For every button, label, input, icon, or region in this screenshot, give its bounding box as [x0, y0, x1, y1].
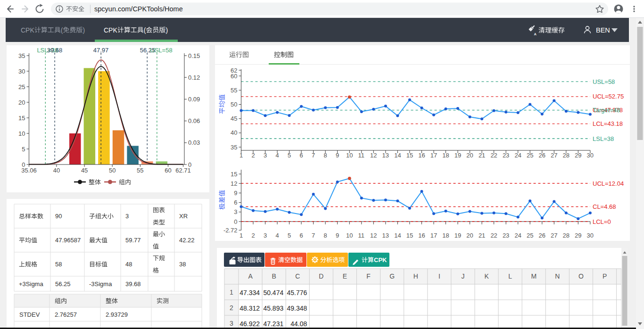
svg-text:CL=4.68: CL=4.68: [593, 203, 616, 210]
svg-text:30: 30: [18, 68, 25, 75]
svg-text:9: 9: [336, 232, 339, 239]
svg-text:H: H: [413, 272, 418, 280]
svg-text:0.15: 0.15: [188, 52, 200, 59]
svg-text:23: 23: [503, 152, 509, 159]
svg-text:10: 10: [18, 130, 25, 137]
svg-text:2: 2: [230, 304, 233, 312]
svg-text:47.97: 47.97: [93, 47, 109, 54]
svg-text:K: K: [484, 272, 489, 280]
svg-text:10: 10: [346, 152, 353, 159]
svg-text:spcyun.com/CPKTools/Home: spcyun.com/CPKTools/Home: [94, 5, 183, 13]
svg-text:6: 6: [300, 152, 303, 159]
svg-text:30: 30: [587, 152, 594, 159]
svg-text:45: 45: [81, 167, 88, 174]
svg-text:24: 24: [515, 232, 521, 239]
svg-text:0.06: 0.06: [188, 117, 200, 124]
svg-text:35.06: 35.06: [21, 167, 37, 174]
svg-text:3: 3: [264, 232, 267, 239]
svg-text:23: 23: [503, 232, 509, 239]
svg-text:15: 15: [18, 115, 25, 122]
svg-text:2: 2: [251, 232, 255, 239]
svg-text:40: 40: [53, 167, 60, 174]
svg-text:59.77: 59.77: [125, 237, 141, 244]
svg-text:27: 27: [551, 232, 557, 239]
svg-text:1: 1: [230, 288, 233, 296]
svg-text:28: 28: [563, 152, 570, 159]
svg-text:58: 58: [55, 261, 62, 268]
svg-text:UCL=12.04: UCL=12.04: [593, 180, 624, 187]
svg-text:56.25: 56.25: [55, 280, 71, 288]
svg-text:16: 16: [418, 232, 425, 239]
svg-text:3: 3: [125, 213, 129, 220]
svg-text:LCL=0: LCL=0: [593, 218, 611, 225]
svg-text:LCL=43.18: LCL=43.18: [593, 120, 623, 127]
svg-text:15: 15: [406, 232, 413, 239]
svg-text:22: 22: [490, 232, 497, 239]
svg-text:2.93729: 2.93729: [106, 311, 128, 318]
svg-text:UCL=52.75: UCL=52.75: [593, 93, 624, 100]
svg-text:D: D: [319, 272, 323, 280]
svg-text:): ): [165, 26, 168, 34]
svg-text:+3Sigma: +3Sigma: [19, 280, 43, 288]
svg-text:90: 90: [55, 213, 62, 220]
svg-text:5: 5: [288, 232, 291, 239]
svg-text:21: 21: [479, 232, 485, 239]
svg-text:29: 29: [575, 152, 581, 159]
svg-text:60: 60: [231, 73, 237, 80]
svg-text:17: 17: [430, 232, 437, 239]
svg-text:55: 55: [137, 167, 143, 174]
svg-text:1: 1: [239, 152, 243, 159]
svg-text:49.348: 49.348: [287, 304, 307, 312]
svg-text:26: 26: [539, 232, 545, 239]
svg-text:38: 38: [179, 261, 186, 268]
svg-text:A: A: [534, 32, 537, 36]
svg-text:2.76257: 2.76257: [55, 311, 77, 318]
svg-text:I: I: [438, 272, 440, 280]
svg-text:G: G: [389, 272, 395, 280]
svg-text:12: 12: [370, 232, 377, 239]
svg-text:25: 25: [527, 232, 533, 239]
svg-text:CPK: CPK: [104, 26, 117, 34]
svg-text:39.68: 39.68: [47, 47, 63, 54]
svg-text:18: 18: [442, 232, 449, 239]
svg-text:15: 15: [231, 171, 237, 178]
svg-text:STDEV: STDEV: [19, 311, 40, 318]
svg-text:20: 20: [466, 232, 473, 239]
svg-text:CPK: CPK: [21, 26, 34, 34]
svg-text:10: 10: [346, 232, 353, 239]
svg-text:47.96587: 47.96587: [55, 237, 81, 244]
svg-text:45: 45: [231, 115, 237, 122]
svg-text:16: 16: [418, 152, 425, 159]
svg-text:F: F: [366, 272, 371, 280]
svg-text:N: N: [555, 272, 560, 280]
svg-text:4: 4: [276, 152, 279, 159]
svg-text:-3Sigma: -3Sigma: [89, 280, 112, 288]
svg-text:24: 24: [515, 152, 521, 159]
svg-text:19: 19: [454, 152, 461, 159]
svg-text:22: 22: [490, 152, 497, 159]
svg-text:35: 35: [18, 52, 25, 59]
svg-text:8: 8: [324, 232, 327, 239]
svg-text:13: 13: [382, 152, 389, 159]
svg-text:50.474: 50.474: [263, 289, 283, 296]
svg-text:B: B: [272, 272, 276, 280]
svg-text:3: 3: [230, 320, 233, 327]
svg-text:26: 26: [539, 152, 545, 159]
svg-text:18: 18: [442, 152, 449, 159]
svg-text:19: 19: [454, 232, 461, 239]
svg-text:LSL=38: LSL=38: [593, 135, 614, 142]
svg-text:13: 13: [382, 232, 389, 239]
svg-text:14: 14: [394, 232, 401, 239]
svg-text:7: 7: [312, 152, 315, 159]
svg-text:0.03: 0.03: [188, 139, 200, 146]
svg-text:21: 21: [479, 152, 485, 159]
svg-text:P: P: [603, 272, 607, 280]
svg-text:62.71: 62.71: [175, 167, 191, 174]
svg-text:XR: XR: [179, 213, 188, 220]
svg-text:15: 15: [406, 152, 413, 159]
svg-text:27: 27: [551, 152, 557, 159]
svg-text:11: 11: [358, 152, 365, 159]
svg-text:USL=58: USL=58: [593, 78, 615, 85]
svg-text:47.231: 47.231: [263, 320, 283, 328]
svg-text:30: 30: [587, 232, 594, 239]
